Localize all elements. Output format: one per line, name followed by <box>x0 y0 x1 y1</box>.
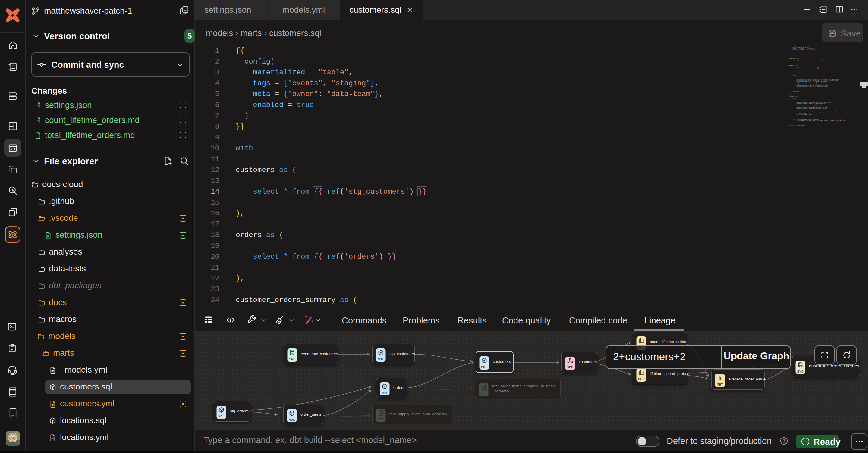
svg-text:MET: MET <box>638 377 644 381</box>
svg-text:SRC: SRC <box>289 357 296 361</box>
svg-text:SVQ: SVQ <box>797 369 804 374</box>
svg-text:TST: TST <box>378 417 384 421</box>
svg-text:MDL: MDL <box>481 365 487 369</box>
svg-text:MDL: MDL <box>378 357 384 361</box>
svg-text:SEM: SEM <box>567 365 573 369</box>
svg-text:TST: TST <box>480 392 487 396</box>
svg-text:MDL: MDL <box>289 418 295 422</box>
svg-text:MDL: MDL <box>381 391 388 395</box>
svg-text:MET: MET <box>717 383 723 386</box>
svg-text:MDL: MDL <box>218 415 224 418</box>
